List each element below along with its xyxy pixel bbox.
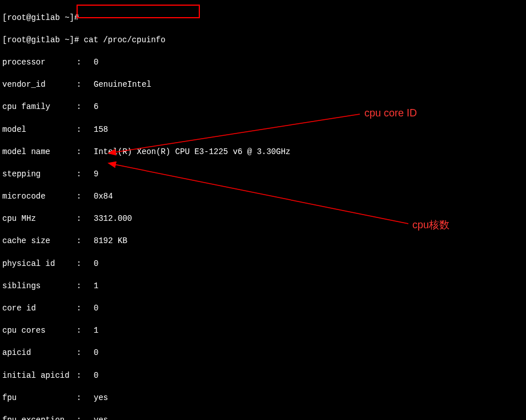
row-cpu-mhz: cpu MHz: 3312.000 — [2, 213, 524, 225]
shell-prompt: [root@gitlab ~]# — [2, 35, 84, 45]
row-cpu-cores: cpu cores: 1 — [2, 325, 524, 337]
row-core-id: core id: 0 — [2, 303, 524, 314]
row-processor: processor: 0 — [2, 57, 524, 68]
row-apicid: apicid: 0 — [2, 348, 524, 359]
prompt-line[interactable]: [root@gitlab ~]# cat /proc/cpuinfo — [2, 35, 524, 46]
row-stepping: stepping: 9 — [2, 169, 524, 180]
row-siblings: siblings: 1 — [2, 281, 524, 292]
row-cpu-family: cpu family: 6 — [2, 102, 524, 113]
row-cache-size: cache size: 8192 KB — [2, 236, 524, 247]
row-model-name: model name: Intel(R) Xeon(R) CPU E3-1225… — [2, 147, 524, 158]
row-model: model: 158 — [2, 124, 524, 136]
row-initial-apicid: initial apicid: 0 — [2, 370, 524, 382]
row-physical-id: physical id: 0 — [2, 259, 524, 270]
row-fpu: fpu: yes — [2, 393, 524, 404]
row-fpu-exception: fpu_exception: yes — [2, 415, 524, 420]
row-vendor-id: vendor_id: GenuineIntel — [2, 79, 524, 91]
command-text: cat /proc/cpuinfo — [84, 35, 166, 45]
row-microcode: microcode: 0x84 — [2, 191, 524, 203]
prompt-prev-line: [root@gitlab ~]# — [2, 13, 524, 24]
terminal-output: [root@gitlab ~]# [root@gitlab ~]# cat /p… — [0, 0, 526, 420]
